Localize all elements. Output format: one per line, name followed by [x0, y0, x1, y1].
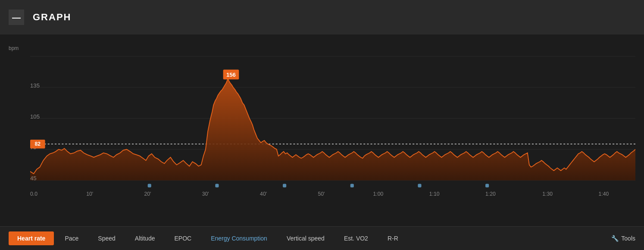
collapse-button[interactable]: — — [9, 9, 24, 25]
y-axis-label: bpm — [9, 45, 19, 51]
tab-speed[interactable]: Speed — [89, 231, 124, 245]
svg-text:45: 45 — [30, 175, 37, 181]
tab-vertical-speed[interactable]: Vertical speed — [278, 231, 333, 245]
svg-text:82: 82 — [35, 141, 41, 147]
app-container: — GRAPH bpm — [0, 0, 644, 250]
tab-altitude[interactable]: Altitude — [126, 231, 164, 245]
svg-text:30': 30' — [202, 191, 209, 197]
panel-header: — GRAPH — [0, 0, 644, 34]
tab-bar: Heart rate Pace Speed Altitude EPOC Ener… — [0, 226, 644, 250]
panel-title: GRAPH — [33, 12, 71, 23]
tab-heart-rate[interactable]: Heart rate — [9, 231, 54, 245]
svg-text:105: 105 — [30, 113, 40, 120]
svg-text:0.0: 0.0 — [30, 191, 38, 197]
chart-area: bpm — [0, 34, 644, 226]
svg-rect-8 — [283, 184, 286, 188]
svg-text:40': 40' — [260, 191, 267, 197]
tab-est-vo2[interactable]: Est. VO2 — [335, 231, 377, 245]
svg-text:10': 10' — [86, 191, 93, 197]
svg-text:156: 156 — [226, 72, 236, 78]
chart-svg: 135 105 75 45 0.0 10' 20' 30' 40' 50' 1:… — [30, 43, 635, 207]
svg-rect-10 — [418, 184, 421, 188]
tools-button[interactable]: 🔧 Tools — [611, 235, 635, 242]
tab-epoc[interactable]: EPOC — [166, 231, 200, 245]
svg-text:50': 50' — [318, 191, 325, 197]
wrench-icon: 🔧 — [611, 235, 619, 242]
chart-wrapper: 135 105 75 45 0.0 10' 20' 30' 40' 50' 1:… — [30, 43, 635, 207]
tools-label: Tools — [621, 235, 635, 242]
svg-text:1:30: 1:30 — [542, 191, 553, 197]
svg-text:1:00: 1:00 — [373, 191, 384, 197]
svg-rect-7 — [215, 184, 219, 188]
svg-text:1:20: 1:20 — [485, 191, 496, 197]
svg-rect-6 — [148, 184, 151, 188]
svg-rect-9 — [350, 184, 354, 188]
svg-text:135: 135 — [30, 82, 40, 89]
svg-text:1:10: 1:10 — [429, 191, 440, 197]
tab-r-r[interactable]: R-R — [379, 231, 407, 245]
tab-energy-consumption[interactable]: Energy Consumption — [202, 231, 276, 245]
tab-pace[interactable]: Pace — [56, 231, 87, 245]
svg-text:1:40: 1:40 — [599, 191, 609, 197]
svg-rect-11 — [485, 184, 489, 188]
svg-text:20': 20' — [144, 191, 151, 197]
